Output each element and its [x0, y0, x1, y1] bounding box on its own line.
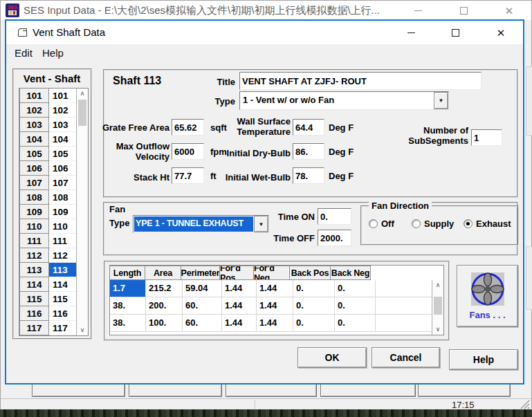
table-column-header[interactable]: Back Pos	[289, 266, 331, 280]
menu-help[interactable]: Help	[38, 44, 68, 62]
shaft-row-header-cell[interactable]: 115	[19, 291, 49, 306]
shaft-row-value-cell[interactable]: 114	[49, 277, 76, 292]
radio-icon[interactable]	[464, 219, 473, 228]
table-column-header[interactable]: For'd Neg	[253, 266, 290, 280]
table-cell[interactable]: 0.	[293, 297, 335, 315]
table-column-header[interactable]: Length	[109, 266, 145, 280]
shaft-list-row[interactable]: 105105	[19, 147, 76, 161]
table-cell[interactable]: 1.7	[110, 280, 146, 297]
table-column-header[interactable]: Back Neg	[330, 266, 371, 280]
fan-type-dropdown[interactable]: YPE 1 - TUNNEL EXHAUST ▼	[133, 215, 269, 233]
shaft-row-header-cell[interactable]: 102	[19, 102, 49, 118]
radio-icon[interactable]	[412, 219, 421, 228]
dialog-close-button[interactable]: ✕	[487, 24, 515, 41]
shaft-row-value-cell[interactable]: 109	[49, 205, 76, 219]
cancel-button[interactable]: Cancel	[372, 347, 440, 368]
initial-wet-bulb-input[interactable]	[293, 167, 324, 184]
table-cell[interactable]: 0.	[335, 297, 376, 315]
table-row[interactable]: 38.200.60.1.441.440.0.	[110, 297, 432, 315]
shaft-list-scrollbar[interactable]: ∧ ∨	[76, 89, 88, 335]
table-cell[interactable]: 1.44	[257, 280, 293, 297]
table-cell[interactable]: 38.	[110, 297, 146, 315]
dialog-minimize-button[interactable]	[397, 24, 425, 41]
shaft-list-row[interactable]: 115115	[19, 292, 76, 306]
shaft-row-value-cell[interactable]: 110	[49, 219, 76, 234]
shaft-row-value-cell[interactable]: 105	[49, 147, 76, 161]
table-row[interactable]: 38.100.60.1.441.440.0.	[110, 315, 432, 332]
table-cell[interactable]: 0.	[293, 315, 335, 332]
table-cell[interactable]: 1.44	[222, 280, 257, 297]
shaft-row-header-cell[interactable]: 103	[19, 117, 49, 132]
shaft-row-value-cell[interactable]: 106	[49, 161, 76, 176]
table-cell[interactable]: 59.04	[183, 280, 222, 297]
shaft-row-value-cell[interactable]: 115	[49, 292, 76, 306]
shaft-row-header-cell[interactable]: 111	[19, 233, 49, 248]
dropdown-arrow-icon[interactable]: ▼	[434, 92, 448, 109]
table-cell[interactable]: 215.2	[146, 280, 183, 297]
table-cell[interactable]: 0.	[293, 280, 335, 297]
table-cell[interactable]: 1.44	[222, 297, 257, 315]
help-button[interactable]: Help	[449, 349, 518, 370]
fan-direction-option[interactable]: Off	[369, 219, 394, 229]
shaft-list-row[interactable]: 110110	[19, 219, 76, 234]
dialog-maximize-button[interactable]	[441, 24, 469, 41]
shaft-row-value-cell[interactable]: 101	[49, 89, 76, 103]
table-cell[interactable]: 1.44	[257, 315, 293, 332]
fan-direction-option[interactable]: Exhaust	[464, 219, 511, 229]
shaft-type-dropdown[interactable]: 1 - Vent w/ or w/o Fan ▼	[239, 91, 449, 110]
table-cell[interactable]: 100.	[146, 315, 183, 332]
scroll-down-icon[interactable]: ∨	[432, 324, 443, 335]
shaft-row-header-cell[interactable]: 105	[19, 146, 49, 161]
scroll-thumb[interactable]	[78, 100, 86, 126]
parent-close-button[interactable]: ✕	[496, 1, 522, 20]
shaft-list-row[interactable]: 102102	[19, 103, 76, 118]
shaft-list-row[interactable]: 109109	[19, 205, 76, 219]
ok-button[interactable]: OK	[297, 347, 367, 368]
shaft-row-value-cell[interactable]: 103	[49, 118, 76, 132]
number-of-subsegments-input[interactable]	[471, 129, 502, 146]
shaft-list-row[interactable]: 111111	[19, 234, 76, 248]
scroll-up-icon[interactable]: ∧	[432, 280, 443, 290]
shaft-row-header-cell[interactable]: 117	[19, 320, 49, 335]
segments-table-scrollbar[interactable]: ∧ ∨	[432, 280, 443, 335]
shaft-row-value-cell[interactable]: 112	[49, 248, 76, 263]
shaft-row-value-cell[interactable]: 102	[49, 103, 76, 118]
shaft-list-row[interactable]: 104104	[19, 132, 76, 147]
shaft-row-header-cell[interactable]: 104	[19, 131, 49, 147]
shaft-row-header-cell[interactable]: 116	[19, 306, 49, 321]
shaft-row-header-cell[interactable]: 101	[19, 88, 49, 103]
fan-direction-option[interactable]: Supply	[412, 219, 454, 229]
shaft-row-value-cell[interactable]: 107	[49, 176, 76, 190]
wall-surface-temp-input[interactable]	[293, 119, 324, 136]
shaft-row-value-cell[interactable]: 116	[49, 306, 76, 321]
shaft-list-row[interactable]: 103103	[19, 118, 76, 132]
table-cell[interactable]: 0.	[335, 280, 376, 297]
table-row[interactable]: 1.7215.259.041.441.440.0.	[110, 280, 432, 297]
table-cell[interactable]: 38.	[110, 315, 146, 332]
shaft-row-header-cell[interactable]: 112	[19, 248, 49, 263]
scroll-thumb[interactable]	[434, 297, 442, 315]
stack-ht-input[interactable]	[172, 167, 204, 184]
shaft-row-value-cell[interactable]: 113	[49, 263, 76, 277]
shaft-list-row[interactable]: 108108	[19, 190, 76, 205]
scroll-down-icon[interactable]: ∨	[77, 325, 88, 335]
shaft-list-row[interactable]: 112112	[19, 248, 76, 263]
shaft-row-value-cell[interactable]: 111	[49, 234, 76, 248]
shaft-row-header-cell[interactable]: 108	[19, 189, 49, 205]
table-column-header[interactable]: Perimeter	[181, 266, 220, 280]
time-off-input[interactable]	[318, 230, 351, 246]
dropdown-arrow-icon[interactable]: ▼	[254, 216, 268, 232]
parent-minimize-button[interactable]	[405, 1, 431, 20]
max-outflow-velocity-input[interactable]	[172, 143, 204, 160]
table-column-header[interactable]: For'd Pos	[219, 266, 254, 280]
table-cell[interactable]: 0.	[335, 315, 376, 332]
table-column-header[interactable]: Area	[145, 266, 181, 280]
table-cell[interactable]: 1.44	[257, 297, 293, 315]
shaft-row-header-cell[interactable]: 113	[19, 262, 49, 277]
shaft-row-header-cell[interactable]: 110	[19, 219, 49, 234]
grate-free-area-input[interactable]	[172, 119, 204, 136]
shaft-title-input[interactable]	[239, 72, 481, 90]
scroll-up-icon[interactable]: ∧	[77, 89, 88, 99]
shaft-row-value-cell[interactable]: 117	[49, 321, 76, 335]
shaft-row-value-cell[interactable]: 108	[49, 190, 76, 205]
